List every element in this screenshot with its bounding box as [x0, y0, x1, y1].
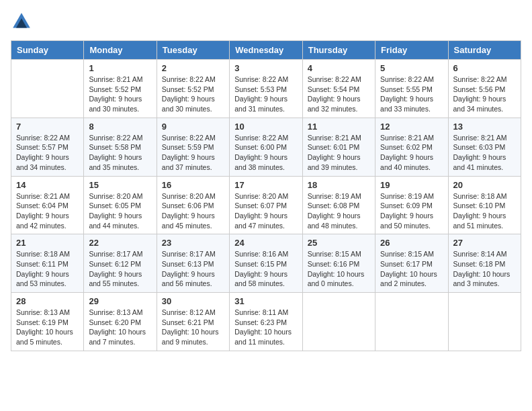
calendar-cell: 29Sunrise: 8:13 AM Sunset: 6:20 PM Dayli… [84, 293, 157, 351]
day-number: 9 [162, 122, 224, 132]
calendar-header-row: SundayMondayTuesdayWednesdayThursdayFrid… [11, 41, 521, 60]
page-header [11, 11, 521, 32]
day-info: Sunrise: 8:22 AM Sunset: 5:55 PM Dayligh… [380, 75, 443, 114]
day-number: 4 [308, 63, 370, 73]
day-info: Sunrise: 8:22 AM Sunset: 5:57 PM Dayligh… [16, 133, 79, 173]
calendar-cell: 3Sunrise: 8:22 AM Sunset: 5:53 PM Daylig… [230, 60, 302, 118]
calendar-cell: 23Sunrise: 8:17 AM Sunset: 6:13 PM Dayli… [157, 234, 229, 293]
day-number: 27 [453, 238, 516, 248]
calendar-cell: 25Sunrise: 8:15 AM Sunset: 6:16 PM Dayli… [302, 234, 375, 293]
day-info: Sunrise: 8:13 AM Sunset: 6:20 PM Dayligh… [89, 308, 151, 347]
day-info: Sunrise: 8:15 AM Sunset: 6:16 PM Dayligh… [308, 249, 370, 289]
calendar-cell: 18Sunrise: 8:19 AM Sunset: 6:08 PM Dayli… [302, 176, 375, 234]
day-info: Sunrise: 8:22 AM Sunset: 5:54 PM Dayligh… [308, 75, 370, 114]
calendar-cell: 12Sunrise: 8:21 AM Sunset: 6:02 PM Dayli… [375, 118, 448, 176]
day-number: 8 [89, 122, 151, 132]
day-info: Sunrise: 8:20 AM Sunset: 6:06 PM Dayligh… [162, 191, 224, 231]
day-number: 17 [234, 180, 297, 190]
calendar-week-3: 14Sunrise: 8:21 AM Sunset: 6:04 PM Dayli… [11, 176, 521, 234]
calendar-cell: 17Sunrise: 8:20 AM Sunset: 6:07 PM Dayli… [230, 176, 302, 234]
column-header-sunday: Sunday [11, 41, 84, 60]
calendar-cell: 31Sunrise: 8:11 AM Sunset: 6:23 PM Dayli… [230, 293, 302, 351]
calendar-cell: 2Sunrise: 8:22 AM Sunset: 5:52 PM Daylig… [157, 60, 229, 118]
day-number: 23 [162, 238, 224, 248]
day-info: Sunrise: 8:22 AM Sunset: 5:59 PM Dayligh… [162, 133, 224, 173]
column-header-friday: Friday [375, 41, 448, 60]
column-header-tuesday: Tuesday [157, 41, 229, 60]
calendar-cell: 24Sunrise: 8:16 AM Sunset: 6:15 PM Dayli… [230, 234, 302, 293]
day-number: 19 [380, 180, 443, 190]
calendar-cell: 27Sunrise: 8:14 AM Sunset: 6:18 PM Dayli… [448, 234, 521, 293]
day-number: 31 [234, 296, 297, 306]
calendar-cell: 21Sunrise: 8:18 AM Sunset: 6:11 PM Dayli… [11, 234, 84, 293]
day-info: Sunrise: 8:11 AM Sunset: 6:23 PM Dayligh… [234, 308, 297, 347]
day-info: Sunrise: 8:17 AM Sunset: 6:12 PM Dayligh… [89, 249, 151, 289]
day-number: 21 [16, 238, 79, 248]
day-info: Sunrise: 8:22 AM Sunset: 6:00 PM Dayligh… [234, 133, 297, 173]
day-number: 28 [16, 296, 79, 306]
calendar-cell: 9Sunrise: 8:22 AM Sunset: 5:59 PM Daylig… [157, 118, 229, 176]
day-info: Sunrise: 8:12 AM Sunset: 6:21 PM Dayligh… [162, 308, 224, 347]
day-number: 11 [308, 122, 370, 132]
calendar-cell: 15Sunrise: 8:20 AM Sunset: 6:05 PM Dayli… [84, 176, 157, 234]
day-number: 15 [89, 180, 151, 190]
calendar-cell: 13Sunrise: 8:21 AM Sunset: 6:03 PM Dayli… [448, 118, 521, 176]
calendar-cell: 26Sunrise: 8:15 AM Sunset: 6:17 PM Dayli… [375, 234, 448, 293]
day-number: 16 [162, 180, 224, 190]
calendar-week-4: 21Sunrise: 8:18 AM Sunset: 6:11 PM Dayli… [11, 234, 521, 293]
calendar-cell: 30Sunrise: 8:12 AM Sunset: 6:21 PM Dayli… [157, 293, 229, 351]
calendar-cell: 16Sunrise: 8:20 AM Sunset: 6:06 PM Dayli… [157, 176, 229, 234]
day-info: Sunrise: 8:18 AM Sunset: 6:11 PM Dayligh… [16, 249, 79, 289]
calendar-cell: 20Sunrise: 8:18 AM Sunset: 6:10 PM Dayli… [448, 176, 521, 234]
calendar-cell [302, 293, 375, 351]
day-number: 20 [453, 180, 516, 190]
day-number: 13 [453, 122, 516, 132]
day-info: Sunrise: 8:20 AM Sunset: 6:05 PM Dayligh… [89, 191, 151, 231]
calendar-cell: 6Sunrise: 8:22 AM Sunset: 5:56 PM Daylig… [448, 60, 521, 118]
column-header-saturday: Saturday [448, 41, 521, 60]
logo [11, 11, 35, 32]
calendar-cell [448, 293, 521, 351]
calendar-cell: 19Sunrise: 8:19 AM Sunset: 6:09 PM Dayli… [375, 176, 448, 234]
calendar-week-5: 28Sunrise: 8:13 AM Sunset: 6:19 PM Dayli… [11, 293, 521, 351]
calendar-cell: 4Sunrise: 8:22 AM Sunset: 5:54 PM Daylig… [302, 60, 375, 118]
calendar-cell: 7Sunrise: 8:22 AM Sunset: 5:57 PM Daylig… [11, 118, 84, 176]
day-number: 6 [453, 63, 516, 73]
day-info: Sunrise: 8:21 AM Sunset: 5:52 PM Dayligh… [89, 75, 151, 114]
day-info: Sunrise: 8:18 AM Sunset: 6:10 PM Dayligh… [453, 191, 516, 231]
day-info: Sunrise: 8:14 AM Sunset: 6:18 PM Dayligh… [453, 249, 516, 289]
calendar-cell: 22Sunrise: 8:17 AM Sunset: 6:12 PM Dayli… [84, 234, 157, 293]
day-number: 22 [89, 238, 151, 248]
day-number: 25 [308, 238, 370, 248]
day-number: 29 [89, 296, 151, 306]
day-number: 14 [16, 180, 79, 190]
day-info: Sunrise: 8:20 AM Sunset: 6:07 PM Dayligh… [234, 191, 297, 231]
day-number: 30 [162, 296, 224, 306]
calendar-week-1: 1Sunrise: 8:21 AM Sunset: 5:52 PM Daylig… [11, 60, 521, 118]
calendar-cell: 10Sunrise: 8:22 AM Sunset: 6:00 PM Dayli… [230, 118, 302, 176]
calendar-cell: 5Sunrise: 8:22 AM Sunset: 5:55 PM Daylig… [375, 60, 448, 118]
calendar-cell: 8Sunrise: 8:22 AM Sunset: 5:58 PM Daylig… [84, 118, 157, 176]
day-info: Sunrise: 8:17 AM Sunset: 6:13 PM Dayligh… [162, 249, 224, 289]
day-info: Sunrise: 8:19 AM Sunset: 6:09 PM Dayligh… [380, 191, 443, 231]
day-info: Sunrise: 8:22 AM Sunset: 5:53 PM Dayligh… [234, 75, 297, 114]
day-info: Sunrise: 8:22 AM Sunset: 5:56 PM Dayligh… [453, 75, 516, 114]
day-number: 24 [234, 238, 297, 248]
calendar-cell: 14Sunrise: 8:21 AM Sunset: 6:04 PM Dayli… [11, 176, 84, 234]
column-header-wednesday: Wednesday [230, 41, 302, 60]
day-info: Sunrise: 8:13 AM Sunset: 6:19 PM Dayligh… [16, 308, 79, 347]
calendar-table: SundayMondayTuesdayWednesdayThursdayFrid… [11, 40, 521, 351]
calendar-cell: 28Sunrise: 8:13 AM Sunset: 6:19 PM Dayli… [11, 293, 84, 351]
day-number: 26 [380, 238, 443, 248]
calendar-cell [375, 293, 448, 351]
day-info: Sunrise: 8:16 AM Sunset: 6:15 PM Dayligh… [234, 249, 297, 289]
calendar-cell: 1Sunrise: 8:21 AM Sunset: 5:52 PM Daylig… [84, 60, 157, 118]
column-header-monday: Monday [84, 41, 157, 60]
day-info: Sunrise: 8:19 AM Sunset: 6:08 PM Dayligh… [308, 191, 370, 231]
day-info: Sunrise: 8:22 AM Sunset: 5:52 PM Dayligh… [162, 75, 224, 114]
day-number: 1 [89, 63, 151, 73]
day-number: 12 [380, 122, 443, 132]
day-info: Sunrise: 8:22 AM Sunset: 5:58 PM Dayligh… [89, 133, 151, 173]
day-info: Sunrise: 8:21 AM Sunset: 6:03 PM Dayligh… [453, 133, 516, 173]
day-number: 2 [162, 63, 224, 73]
